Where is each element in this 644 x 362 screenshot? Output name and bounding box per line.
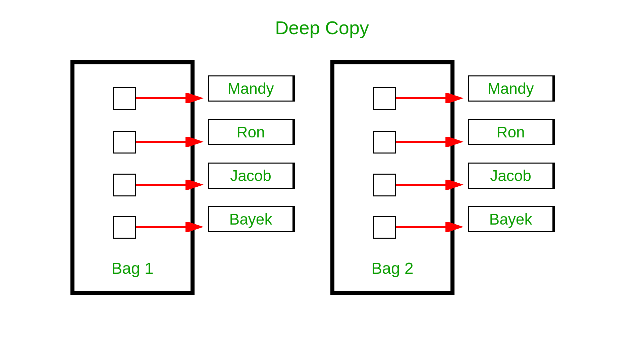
- bag-1-label: Bag 1: [111, 259, 153, 278]
- bag-1-slot-2: [113, 131, 136, 154]
- bag-2-slot-4: [373, 216, 396, 239]
- bag-1-name-1: Mandy: [208, 75, 295, 102]
- bag-2-name-1: Mandy: [468, 75, 555, 102]
- bag-1-slot-1: [113, 87, 136, 110]
- bag-1-name-4: Bayek: [208, 206, 295, 232]
- bag-1-name-3: Jacob: [208, 163, 295, 189]
- bag-2-name-2: Ron: [468, 119, 555, 145]
- bag-1-arrow-4: [136, 222, 206, 232]
- bag-2-slot-2: [373, 131, 396, 154]
- bag-2-arrow-3: [396, 180, 466, 190]
- bag-2-arrow-2: [396, 137, 466, 147]
- bag-2-name-4: Bayek: [468, 206, 555, 232]
- diagram-title: Deep Copy: [275, 17, 369, 39]
- bag-2-arrow-1: [396, 93, 466, 103]
- bag-1-name-2: Ron: [208, 119, 295, 145]
- bag-2-name-3: Jacob: [468, 163, 555, 189]
- bag-1-arrow-2: [136, 137, 206, 147]
- bag-1-slot-4: [113, 216, 136, 239]
- bag-2-slot-3: [373, 174, 396, 196]
- bag-2-arrow-4: [396, 222, 466, 232]
- bag-2-slot-1: [373, 87, 396, 110]
- bag-1-slot-3: [113, 174, 136, 196]
- bag-2-label: Bag 2: [371, 259, 413, 278]
- bag-1-arrow-1: [136, 93, 206, 103]
- bag-1-arrow-3: [136, 180, 206, 190]
